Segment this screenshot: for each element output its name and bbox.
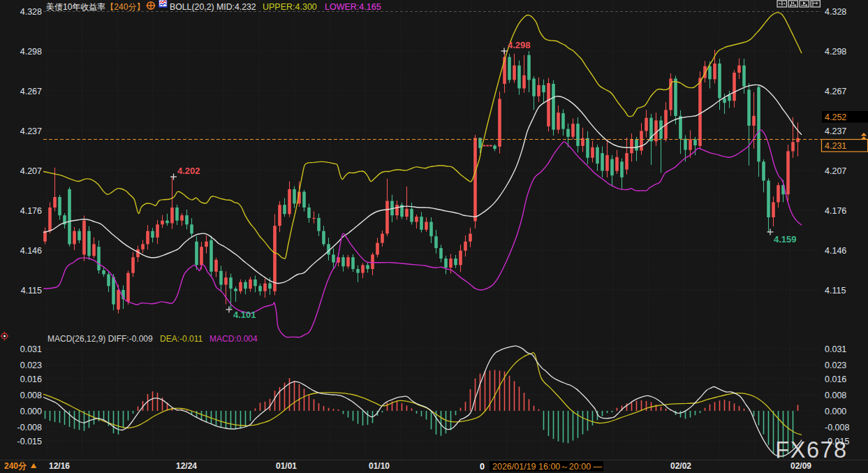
svg-text:4.202: 4.202 <box>177 166 200 176</box>
svg-text:4.115: 4.115 <box>21 286 42 296</box>
svg-text:4.252: 4.252 <box>825 112 846 122</box>
svg-text:240分: 240分 <box>4 461 27 471</box>
svg-text:01/01: 01/01 <box>276 461 297 471</box>
svg-text:0.016: 0.016 <box>825 374 846 384</box>
svg-text:0.023: 0.023 <box>20 361 42 370</box>
svg-text:12/24: 12/24 <box>176 461 197 471</box>
svg-text:0.008: 0.008 <box>825 391 846 400</box>
svg-text:美债10年收益率【240分】: 美债10年收益率【240分】 <box>46 2 145 12</box>
svg-text:0.000: 0.000 <box>20 407 42 416</box>
svg-text:4.207: 4.207 <box>20 166 42 176</box>
svg-text:02/02: 02/02 <box>670 461 691 471</box>
svg-text:4.298: 4.298 <box>20 47 42 57</box>
svg-text:UPPER:4.300: UPPER:4.300 <box>263 2 317 12</box>
svg-text:4.231: 4.231 <box>825 141 846 151</box>
svg-text:4.267: 4.267 <box>825 87 846 96</box>
svg-text:4.176: 4.176 <box>20 206 42 216</box>
svg-text:02/09: 02/09 <box>790 461 811 471</box>
svg-text:4.298: 4.298 <box>508 40 531 50</box>
svg-text:4.298: 4.298 <box>825 47 846 57</box>
svg-text:01/10: 01/10 <box>369 461 390 471</box>
svg-text:0.031: 0.031 <box>825 344 846 354</box>
svg-text:0.023: 0.023 <box>825 361 846 370</box>
svg-text:MACD:0.004: MACD:0.004 <box>209 334 258 344</box>
svg-text:4.159: 4.159 <box>774 234 797 245</box>
svg-text:-0.008: -0.008 <box>17 423 42 432</box>
svg-text:4.328: 4.328 <box>20 7 42 17</box>
svg-text:0.031: 0.031 <box>20 344 42 354</box>
svg-text:12/16: 12/16 <box>49 461 70 471</box>
svg-text:BOLL(20,2) MID:4.232: BOLL(20,2) MID:4.232 <box>170 2 256 12</box>
svg-text:4.101: 4.101 <box>233 310 256 320</box>
svg-text:0.000: 0.000 <box>825 407 846 416</box>
svg-text:2026/01/19 16:00～20:00 —: 2026/01/19 16:00～20:00 — <box>492 462 603 472</box>
svg-text:4.328: 4.328 <box>825 7 846 17</box>
svg-text:4.207: 4.207 <box>825 166 846 176</box>
svg-text:DEA:-0.011: DEA:-0.011 <box>160 334 203 344</box>
svg-text:0.016: 0.016 <box>20 374 42 384</box>
svg-text:-0.008: -0.008 <box>825 423 849 432</box>
svg-text:MACD(26,12,9) DIFF:-0.009: MACD(26,12,9) DIFF:-0.009 <box>47 334 153 344</box>
svg-text:-0.015: -0.015 <box>825 437 849 446</box>
svg-text:4.176: 4.176 <box>825 206 846 216</box>
svg-text:0.008: 0.008 <box>20 391 42 400</box>
svg-text:4.267: 4.267 <box>20 87 42 96</box>
svg-text:0: 0 <box>480 462 485 472</box>
svg-text:4.146: 4.146 <box>20 246 42 256</box>
svg-text:4.146: 4.146 <box>825 246 846 256</box>
svg-text:LOWER:4.165: LOWER:4.165 <box>325 2 381 12</box>
svg-text:4.237: 4.237 <box>825 126 846 136</box>
svg-text:4.115: 4.115 <box>825 286 846 296</box>
svg-text:4.237: 4.237 <box>20 126 42 136</box>
svg-text:-0.015: -0.015 <box>17 437 42 446</box>
